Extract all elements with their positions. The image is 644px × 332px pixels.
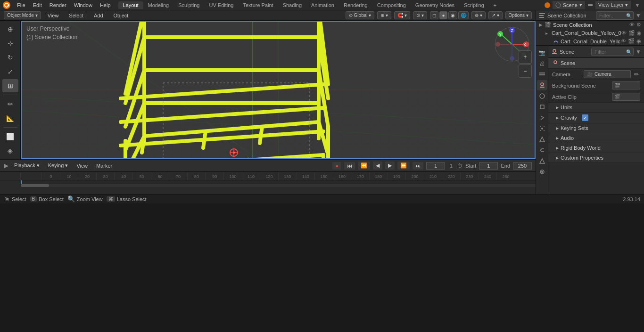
keying-sets-section[interactable]: ▶ Keying Sets <box>548 123 644 133</box>
keying-menu-btn[interactable]: Keying ▾ <box>45 162 71 170</box>
workspace-shading[interactable]: Shading <box>278 1 306 9</box>
item-1-render[interactable]: ◉ <box>636 38 641 44</box>
props-modifier-icon[interactable] <box>537 113 547 123</box>
cursor-tool[interactable]: ⊕ <box>2 23 18 36</box>
view-menu-btn-tl[interactable]: View <box>74 162 91 170</box>
playback-menu-btn[interactable]: Playback ▾ <box>11 162 42 170</box>
view-layer-selector[interactable]: View Layer ▾ <box>595 1 631 9</box>
menu-render[interactable]: Render <box>46 1 70 9</box>
workspace-texture-paint[interactable]: Texture Paint <box>238 1 278 9</box>
props-data-icon[interactable] <box>537 156 547 166</box>
add-menu-btn[interactable]: Add <box>90 12 107 19</box>
options-btn[interactable]: Options ▾ <box>505 11 532 19</box>
workspace-animation[interactable]: Animation <box>306 1 339 9</box>
scene-selector[interactable]: Scene ▾ <box>553 1 585 9</box>
item-0-render[interactable]: ◉ <box>637 30 642 36</box>
menu-file[interactable]: File <box>13 1 29 9</box>
visibility-icon[interactable]: 👁 <box>629 22 635 28</box>
gravity-section[interactable]: ▶ Gravity ✓ <box>548 113 644 123</box>
outliner-item-1[interactable]: Cart_Corral_Double_Yellc 👁 🎬 ◉ <box>536 37 644 45</box>
zoom-in-btn[interactable]: + <box>519 50 532 64</box>
material-shading-btn[interactable]: ◉ <box>448 11 457 19</box>
props-view-layer-icon[interactable] <box>537 69 547 80</box>
disable-icon[interactable]: ⚙ <box>636 22 641 28</box>
transform-global-btn[interactable]: ⊙ Global ▾ <box>346 11 375 19</box>
skip-end-btn[interactable]: ⏭ <box>413 162 423 170</box>
background-scene-field[interactable]: 🎬 <box>612 81 640 89</box>
marker-menu-btn[interactable]: Marker <box>93 162 115 170</box>
wireframe-shading-btn[interactable]: ◻ <box>430 11 438 19</box>
3d-viewport[interactable]: PLEASE RETURN CARTS HERE THANK YOU <box>21 21 536 159</box>
item-0-camera[interactable]: 🎬 <box>628 30 635 36</box>
rigid-body-world-section[interactable]: ▶ Rigid Body World <box>548 143 644 153</box>
workspace-layout[interactable]: Layout <box>118 1 143 9</box>
step-forward-btn[interactable]: ⏩ <box>397 162 410 170</box>
transform-tool[interactable]: ⊞ <box>2 79 18 92</box>
transform-pivot-btn[interactable]: ⊕ ▾ <box>377 11 391 19</box>
props-render-icon[interactable]: 📷 <box>537 48 547 58</box>
props-particles-icon[interactable] <box>537 123 547 134</box>
play-back-btn[interactable]: ◀ <box>373 162 382 170</box>
workspace-compositing[interactable]: Compositing <box>372 1 411 9</box>
props-world-icon[interactable] <box>537 91 547 101</box>
camera-field[interactable]: 🎥 Camera <box>584 70 631 78</box>
scale-tool[interactable]: ⤢ <box>2 65 18 78</box>
gizmos-btn[interactable]: ↗ ▾ <box>488 11 503 19</box>
proportional-edit-btn[interactable]: ⊙ ▾ <box>413 11 427 19</box>
item-0-visibility[interactable]: 👁 <box>621 30 627 36</box>
cube-add-tool[interactable]: ⬜ <box>2 130 18 143</box>
measure-tool[interactable]: 📐 <box>2 112 18 125</box>
viewport-overlays-btn[interactable]: ⊚ ▾ <box>471 11 486 19</box>
outliner-filter-btn[interactable]: ▼ <box>636 12 641 19</box>
workspace-sculpting[interactable]: Sculpting <box>173 1 204 9</box>
item-1-visibility[interactable]: 👁 <box>621 38 626 44</box>
props-output-icon[interactable]: 🖨 <box>537 58 547 69</box>
workspace-geometry-nodes[interactable]: Geometry Nodes <box>411 1 459 9</box>
props-physics-icon[interactable] <box>537 134 547 145</box>
outliner-scene-collection[interactable]: ▶ 🎬 Scene Collection 👁 ⚙ <box>536 21 644 29</box>
zoom-out-btn[interactable]: − <box>519 65 532 78</box>
properties-header-btn[interactable]: ▼ <box>636 49 641 55</box>
rendered-shading-btn[interactable]: 🌐 <box>458 11 469 19</box>
misc-tool[interactable]: ◈ <box>2 144 18 157</box>
gravity-checkbox[interactable]: ✓ <box>582 114 588 121</box>
audio-section[interactable]: ▶ Audio <box>548 133 644 143</box>
play-btn[interactable]: ▶ <box>385 162 395 170</box>
filter-icon-top[interactable]: ▼ <box>633 1 642 9</box>
solid-shading-btn[interactable]: ● <box>439 11 447 19</box>
end-frame-input[interactable] <box>513 162 532 170</box>
add-workspace-btn[interactable]: + <box>489 1 501 9</box>
outliner-search[interactable]: 🔍 <box>596 11 634 20</box>
active-clip-field[interactable]: 🎬 <box>612 93 640 101</box>
props-material-icon[interactable] <box>537 167 547 177</box>
step-back-btn[interactable]: ⏪ <box>358 162 370 170</box>
outliner-item-0[interactable]: ▸ Cart_Corral_Double_Yellow_0 👁 🎬 ◉ <box>536 29 644 37</box>
props-constraints-icon[interactable] <box>537 145 547 155</box>
view-menu-btn[interactable]: View <box>44 12 63 19</box>
menu-help[interactable]: Help <box>96 1 115 9</box>
units-section[interactable]: ▶ Units <box>548 103 644 113</box>
object-mode-btn[interactable]: Object Mode ▾ <box>4 11 41 19</box>
object-menu-btn[interactable]: Object <box>110 12 132 19</box>
timeline-track[interactable] <box>21 180 536 187</box>
annotate-tool[interactable]: ✏ <box>2 97 18 111</box>
props-object-icon[interactable] <box>537 102 547 112</box>
workspace-modeling[interactable]: Modeling <box>143 1 174 9</box>
item-1-camera[interactable]: 🎬 <box>628 38 635 44</box>
workspace-rendering[interactable]: Rendering <box>339 1 372 9</box>
move-tool[interactable]: ⊹ <box>2 37 18 50</box>
scene-section-header[interactable]: Scene <box>548 58 644 69</box>
workspace-scripting[interactable]: Scripting <box>459 1 489 9</box>
props-scene-icon[interactable] <box>537 80 547 90</box>
select-menu-btn[interactable]: Select <box>65 12 87 19</box>
custom-properties-section[interactable]: ▶ Custom Properties <box>548 153 644 163</box>
start-frame-input[interactable] <box>479 162 498 170</box>
rotate-tool[interactable]: ↻ <box>2 51 18 64</box>
menu-edit[interactable]: Edit <box>29 1 46 9</box>
menu-window[interactable]: Window <box>70 1 96 9</box>
workspace-uv-editing[interactable]: UV Editing <box>204 1 238 9</box>
skip-start-btn[interactable]: ⏮ <box>344 162 355 170</box>
snap-toggle[interactable]: 🧲 ▾ <box>394 11 410 19</box>
record-btn[interactable]: ● <box>332 162 341 170</box>
current-frame-input[interactable] <box>426 162 445 170</box>
